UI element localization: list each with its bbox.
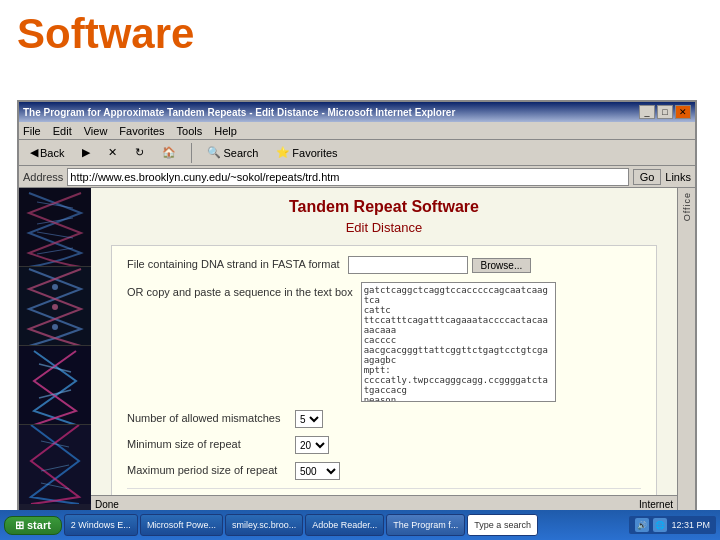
right-sidebar: Office xyxy=(677,188,695,513)
min-size-select[interactable]: 20 10 30 xyxy=(295,436,329,454)
forward-button[interactable]: ▶ xyxy=(75,143,97,162)
system-tray: 🔊 🌐 12:31 PM xyxy=(629,516,716,534)
page-heading-text: Software xyxy=(17,10,194,57)
taskbar-item-4[interactable]: The Program f... xyxy=(386,514,465,536)
refresh-button[interactable]: ↻ xyxy=(128,143,151,162)
dna-visual-2 xyxy=(19,267,91,345)
windows-icon: ⊞ xyxy=(15,519,24,532)
textarea-control xyxy=(361,282,641,402)
web-page-subtitle: Edit Distance xyxy=(111,220,657,235)
svg-point-6 xyxy=(52,284,58,290)
form-area: File containing DNA strand in FASTA form… xyxy=(111,245,657,495)
web-page-title: Tandem Repeat Software xyxy=(111,198,657,216)
max-period-label: Maximum period size of repeat xyxy=(127,462,287,476)
taskbar-item-1[interactable]: Microsoft Powe... xyxy=(140,514,223,536)
mismatches-label: Number of allowed mismatches xyxy=(127,410,287,424)
svg-rect-12 xyxy=(19,425,91,504)
home-button[interactable]: 🏠 xyxy=(155,143,183,162)
content-area: Tandem Repeat Software Edit Distance Fil… xyxy=(19,188,695,513)
svg-rect-9 xyxy=(19,346,91,424)
max-period-control: 500 100 1000 xyxy=(295,462,641,480)
separator xyxy=(191,143,192,163)
taskbar-search[interactable]: Type a search xyxy=(467,514,538,536)
dna-image-3 xyxy=(19,346,91,425)
taskbar-item-3[interactable]: Adobe Reader... xyxy=(305,514,384,536)
minimize-button[interactable]: _ xyxy=(639,105,655,119)
left-sidebar xyxy=(19,188,91,513)
file-control: Browse... xyxy=(348,256,641,274)
web-main: Tandem Repeat Software Edit Distance Fil… xyxy=(91,188,677,495)
zone-text: Internet xyxy=(639,499,673,510)
taskbar-item-2[interactable]: smiley.sc.broo... xyxy=(225,514,303,536)
address-bar: Address Go Links xyxy=(19,166,695,188)
favorites-button[interactable]: ⭐ Favorites xyxy=(269,143,344,162)
page-heading: Software xyxy=(17,10,194,58)
max-period-select[interactable]: 500 100 1000 xyxy=(295,462,340,480)
menu-edit[interactable]: Edit xyxy=(53,125,72,137)
address-input[interactable] xyxy=(67,168,628,186)
address-label: Address xyxy=(23,171,63,183)
max-period-row: Maximum period size of repeat 500 100 10… xyxy=(127,462,641,480)
dna-image-1 xyxy=(19,188,91,267)
dna-visual-1 xyxy=(19,188,91,266)
go-button[interactable]: Go xyxy=(633,169,662,185)
menu-file[interactable]: File xyxy=(23,125,41,137)
office-label: Office xyxy=(682,192,692,221)
file-row: File containing DNA strand in FASTA form… xyxy=(127,256,641,274)
back-button[interactable]: ◀ Back xyxy=(23,143,71,162)
min-size-row: Minimum size of repeat 20 10 30 xyxy=(127,436,641,454)
dna-image-2 xyxy=(19,267,91,346)
file-input[interactable] xyxy=(348,256,468,274)
start-button[interactable]: ⊞ start xyxy=(4,516,62,535)
status-text: Done xyxy=(95,499,631,510)
dna-visual-4 xyxy=(19,425,91,504)
menu-view[interactable]: View xyxy=(84,125,108,137)
mismatches-row: Number of allowed mismatches 5 3 7 xyxy=(127,410,641,428)
sequence-textarea[interactable] xyxy=(361,282,556,402)
mismatches-control: 5 3 7 xyxy=(295,410,641,428)
menu-tools[interactable]: Tools xyxy=(177,125,203,137)
toolbar: ◀ Back ▶ ✕ ↻ 🏠 🔍 Search ⭐ Favorites xyxy=(19,140,695,166)
mismatches-select[interactable]: 5 3 7 xyxy=(295,410,323,428)
dna-visual-3 xyxy=(19,346,91,424)
close-button[interactable]: ✕ xyxy=(675,105,691,119)
browser-title-bar: The Program for Approximate Tandem Repea… xyxy=(19,102,695,122)
tray-icon-1: 🔊 xyxy=(635,518,649,532)
browse-button[interactable]: Browse... xyxy=(472,258,532,273)
browser-window: The Program for Approximate Tandem Repea… xyxy=(17,100,697,515)
browser-title-text: The Program for Approximate Tandem Repea… xyxy=(23,107,455,118)
taskbar-item-0[interactable]: 2 Windows E... xyxy=(64,514,138,536)
textarea-label: OR copy and paste a sequence in the text… xyxy=(127,282,353,298)
svg-point-8 xyxy=(52,324,58,330)
window-controls: _ □ ✕ xyxy=(639,105,691,119)
links-label: Links xyxy=(665,171,691,183)
taskbar: ⊞ start 2 Windows E... Microsoft Powe...… xyxy=(0,510,720,540)
menu-bar: File Edit View Favorites Tools Help xyxy=(19,122,695,140)
start-label: start xyxy=(27,519,51,531)
file-label: File containing DNA strand in FASTA form… xyxy=(127,256,340,270)
dna-image-4 xyxy=(19,425,91,504)
clock: 12:31 PM xyxy=(671,520,710,530)
web-content: Tandem Repeat Software Edit Distance Fil… xyxy=(91,188,677,513)
note-row: Note: Large sequences will take a signif… xyxy=(127,488,641,495)
textarea-row: OR copy and paste a sequence in the text… xyxy=(127,282,641,402)
menu-help[interactable]: Help xyxy=(214,125,237,137)
svg-point-7 xyxy=(52,304,58,310)
search-button[interactable]: 🔍 Search xyxy=(200,143,265,162)
menu-favorites[interactable]: Favorites xyxy=(119,125,164,137)
stop-button[interactable]: ✕ xyxy=(101,143,124,162)
maximize-button[interactable]: □ xyxy=(657,105,673,119)
tray-icon-2: 🌐 xyxy=(653,518,667,532)
min-size-label: Minimum size of repeat xyxy=(127,436,287,450)
min-size-control: 20 10 30 xyxy=(295,436,641,454)
